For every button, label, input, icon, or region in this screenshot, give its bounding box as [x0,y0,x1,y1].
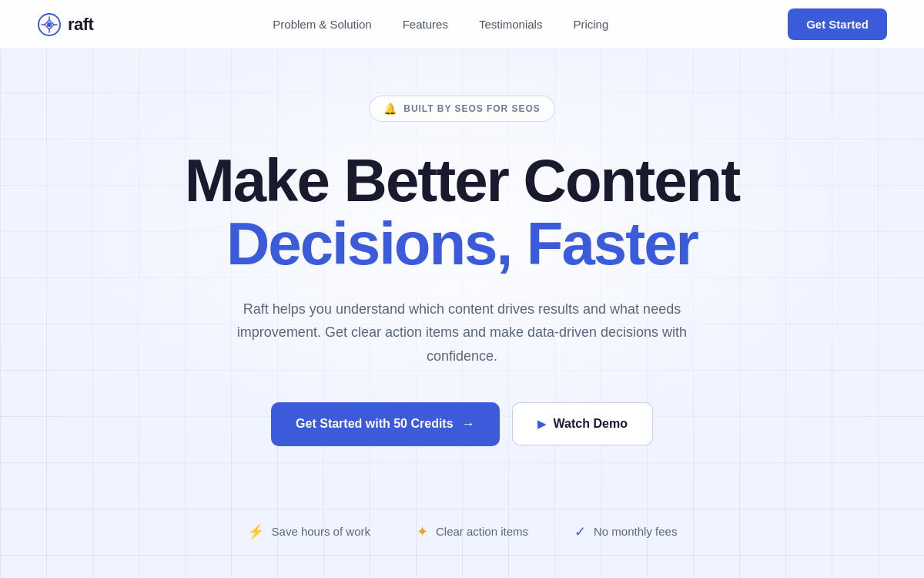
get-started-label: Get Started with 50 Credits [296,417,454,431]
watch-demo-label: Watch Demo [554,417,628,431]
cta-buttons: Get Started with 50 Credits → ▶ Watch De… [271,402,653,446]
hero-section: 🔔 BUILT BY SEOS FOR SEOS Make Better Con… [0,49,924,523]
raft-logo-icon [37,12,62,37]
logo-link[interactable]: raft [37,12,93,37]
hero-title-line2: Decisions, Faster [185,213,739,276]
star-icon: ✦ [417,523,428,540]
badge-icon: 🔔 [383,102,397,115]
logo-text: raft [68,15,93,35]
get-started-button[interactable]: Get Started with 50 Credits → [271,402,500,446]
features-row: ⚡ Save hours of work ✦ Clear action item… [0,523,924,540]
nav-link-problem[interactable]: Problem & Solution [273,18,371,31]
feature-clear-actions-label: Clear action items [436,525,528,538]
badge: 🔔 BUILT BY SEOS FOR SEOS [369,96,554,122]
feature-no-monthly: ✓ No monthly fees [574,523,677,540]
svg-point-1 [47,22,52,27]
watch-demo-button[interactable]: ▶ Watch Demo [512,402,653,445]
bolt-icon: ⚡ [247,523,264,540]
play-icon: ▶ [537,418,546,430]
hero-title-line1: Make Better Content [185,146,739,214]
arrow-icon: → [461,416,475,432]
nav-link-features[interactable]: Features [403,18,448,31]
hero-subtitle: Raft helps you understand which content … [216,297,708,368]
feature-no-monthly-label: No monthly fees [594,525,677,538]
navbar: raft Problem & Solution Features Testimo… [0,0,924,49]
feature-clear-actions: ✦ Clear action items [417,523,528,540]
nav-link-pricing[interactable]: Pricing [573,18,608,31]
nav-link-testimonials[interactable]: Testimonials [479,18,543,31]
feature-save-hours-label: Save hours of work [272,525,370,538]
check-icon: ✓ [574,523,586,540]
feature-save-hours: ⚡ Save hours of work [247,523,370,540]
nav-links: Problem & Solution Features Testimonials… [273,18,608,32]
badge-text: BUILT BY SEOS FOR SEOS [403,103,540,114]
nav-get-started-button[interactable]: Get Started [788,8,887,40]
hero-title: Make Better Content Decisions, Faster [185,150,739,297]
